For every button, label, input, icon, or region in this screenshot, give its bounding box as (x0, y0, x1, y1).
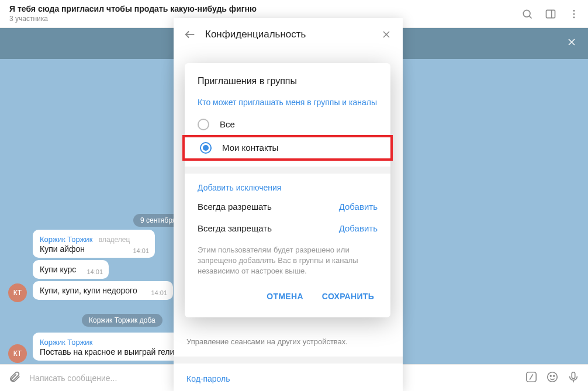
add-link[interactable]: Добавить (339, 202, 378, 212)
radio-label: Мои контакты (222, 143, 278, 153)
svg-point-6 (573, 16, 575, 18)
always-allow-row[interactable]: Всегда разрешать Добавить (185, 196, 390, 217)
sidepanel-icon[interactable] (544, 7, 558, 21)
search-icon[interactable] (520, 7, 534, 21)
group-invites-dialog: Приглашения в группы Кто может приглашат… (185, 63, 390, 317)
passcode-toggle-label[interactable]: Включить код-пароль для приложения (174, 387, 403, 391)
passcode-section-title[interactable]: Код-пароль (174, 357, 403, 387)
message-time: 14:01 (133, 247, 149, 254)
svg-point-11 (548, 372, 558, 382)
message-bubble[interactable]: Коржик Торжик владелец Купи айфон 14:01 (33, 230, 155, 258)
close-icon[interactable] (378, 26, 395, 43)
service-message: Коржик Торжик доба (82, 314, 162, 327)
message-text: Купи, купи, купи недорого (40, 286, 137, 295)
highlight-box: Мои контакты (182, 135, 393, 161)
always-deny-label: Всегда запрещать (198, 223, 272, 233)
svg-rect-14 (572, 372, 575, 378)
bot-command-icon[interactable] (525, 371, 538, 386)
close-icon[interactable] (566, 36, 577, 50)
attach-icon[interactable] (8, 371, 21, 386)
always-allow-label: Всегда разрешать (198, 202, 272, 212)
message-group: КТ Коржик Торжик владелец Купи айфон 14:… (8, 230, 166, 302)
svg-point-0 (523, 10, 530, 17)
avatar[interactable]: КТ (8, 344, 27, 363)
exceptions-note: Этим пользователям будет разрешено или з… (185, 239, 390, 277)
message-text: Купи курс (40, 265, 76, 274)
svg-point-4 (573, 9, 575, 11)
svg-rect-2 (547, 10, 555, 18)
cancel-button[interactable]: ОТМЕНА (260, 287, 310, 306)
save-button[interactable]: СОХРАНИТЬ (315, 287, 381, 306)
radio-my-contacts[interactable]: Мои контакты (200, 140, 375, 156)
back-icon[interactable] (182, 26, 198, 43)
message-bubble[interactable]: Купи, купи, купи недорого 14:01 (33, 281, 173, 300)
emoji-icon[interactable] (546, 371, 559, 386)
radio-icon (198, 119, 209, 130)
add-link[interactable]: Добавить (339, 223, 378, 233)
message-bubble[interactable]: Купи курс 14:01 (33, 260, 109, 279)
svg-line-10 (530, 374, 533, 379)
message-text: Купи айфон (40, 244, 148, 254)
voice-icon[interactable] (567, 371, 580, 386)
dialog-actions: ОТМЕНА СОХРАНИТЬ (185, 276, 390, 314)
avatar[interactable]: КТ (8, 283, 27, 302)
who-can-invite-title: Кто может приглашать меня в группы и кан… (185, 95, 390, 114)
radio-label: Все (220, 119, 235, 129)
panel-header: Конфиденциальность (174, 18, 403, 51)
svg-point-13 (554, 375, 555, 376)
dialog-title: Приглашения в группы (185, 63, 390, 95)
svg-line-1 (530, 16, 532, 18)
radio-everybody[interactable]: Все (185, 114, 390, 135)
sessions-description: Управление сеансами на других устройства… (174, 331, 403, 357)
more-icon[interactable] (567, 7, 581, 21)
panel-title: Конфиденциальность (205, 29, 378, 40)
exceptions-title: Добавить исключения (185, 174, 390, 196)
message-time: 14:01 (87, 268, 103, 275)
always-deny-row[interactable]: Всегда запрещать Добавить (185, 217, 390, 239)
svg-point-12 (550, 375, 551, 376)
chat-title: Я тебя сюда пригласил чтобы продать каку… (9, 4, 520, 15)
message-group: КТ Коржик Торжик Поставь на красное и вы… (8, 333, 195, 363)
message-time: 14:01 (151, 289, 167, 296)
message-sender: Коржик Торжик (40, 235, 92, 244)
radio-icon (200, 142, 212, 154)
owner-tag: владелец (99, 236, 130, 244)
topbar-actions (520, 7, 581, 21)
svg-point-5 (573, 13, 575, 15)
message-sender: Коржик Торжик (40, 338, 92, 347)
dialog-separator (185, 167, 390, 174)
